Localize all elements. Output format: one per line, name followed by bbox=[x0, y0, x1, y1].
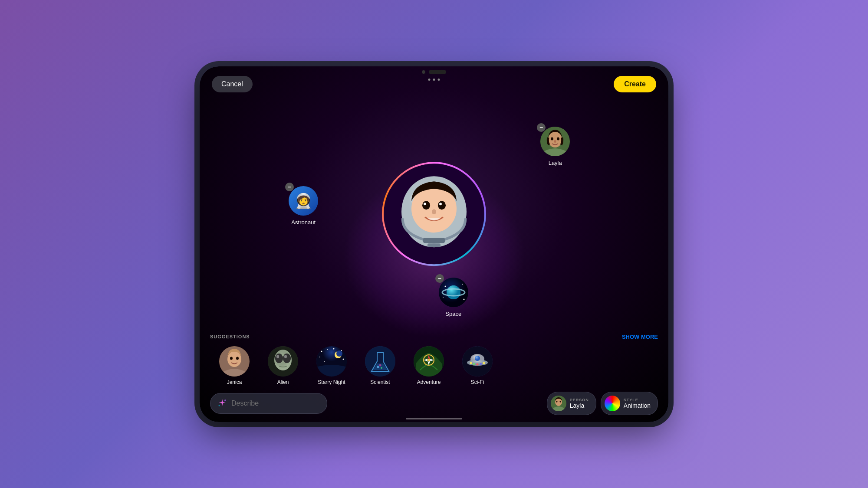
svg-point-77 bbox=[219, 405, 220, 406]
svg-point-73 bbox=[483, 362, 485, 364]
svg-point-48 bbox=[324, 361, 325, 362]
astronaut-label: Astronaut bbox=[291, 219, 316, 226]
suggestion-alien[interactable]: Alien bbox=[261, 346, 305, 385]
svg-point-45 bbox=[341, 350, 342, 351]
style-chip[interactable]: STYLE Animation bbox=[601, 392, 658, 415]
jenica-avatar-svg bbox=[219, 346, 250, 377]
svg-point-43 bbox=[327, 349, 328, 350]
svg-point-15 bbox=[557, 138, 559, 141]
svg-point-71 bbox=[477, 363, 479, 365]
layla-label: Layla bbox=[549, 160, 562, 166]
svg-point-20 bbox=[462, 284, 463, 285]
svg-point-56 bbox=[379, 364, 381, 366]
starry-night-label: Starry Night bbox=[318, 379, 345, 385]
layla-avatar bbox=[540, 127, 570, 156]
space-icon-svg bbox=[439, 278, 468, 307]
starry-night-icon bbox=[316, 346, 347, 377]
astronaut-icon: 🧑‍🚀 bbox=[289, 186, 318, 216]
dot-3 bbox=[438, 79, 440, 81]
svg-point-28 bbox=[227, 351, 241, 367]
svg-point-9 bbox=[432, 209, 436, 214]
svg-point-16 bbox=[554, 140, 556, 143]
suggestion-jenica[interactable]: Jenica bbox=[213, 346, 256, 385]
style-chip-label: STYLE bbox=[624, 398, 651, 402]
space-icon bbox=[439, 278, 468, 307]
avatar-ring-inner bbox=[384, 164, 484, 264]
alien-icon-svg bbox=[268, 346, 298, 377]
starry-night-svg bbox=[316, 346, 347, 377]
scifi-label: Sci-Fi bbox=[471, 379, 484, 385]
svg-point-13 bbox=[548, 132, 562, 147]
astronaut-avatar-svg bbox=[386, 166, 482, 262]
scientist-label: Scientist bbox=[370, 379, 390, 385]
style-icon bbox=[605, 396, 620, 411]
svg-point-21 bbox=[443, 297, 444, 298]
jenica-label: Jenica bbox=[227, 379, 242, 385]
person-chip-text: PERSON Layla bbox=[570, 398, 589, 409]
center-avatar[interactable] bbox=[382, 162, 486, 266]
person-chip-avatar-svg bbox=[551, 396, 566, 411]
cancel-button[interactable]: Cancel bbox=[212, 76, 253, 92]
jenica-icon bbox=[219, 346, 250, 377]
suggestions-row: Jenica bbox=[210, 346, 658, 385]
adventure-svg bbox=[414, 346, 444, 377]
svg-point-7 bbox=[424, 203, 426, 205]
svg-point-54 bbox=[377, 366, 379, 368]
svg-point-80 bbox=[556, 401, 557, 403]
suggestions-header: SUGGESTIONS SHOW MORE bbox=[210, 334, 658, 340]
suggestion-starry-night[interactable]: Starry Night bbox=[310, 346, 353, 385]
svg-point-14 bbox=[551, 138, 553, 141]
describe-icon bbox=[217, 398, 227, 409]
create-button[interactable]: Create bbox=[614, 76, 656, 92]
describe-input[interactable] bbox=[210, 393, 327, 414]
svg-point-63 bbox=[427, 359, 430, 361]
person-chip[interactable]: PERSON Layla bbox=[547, 392, 596, 415]
alien-icon bbox=[268, 346, 298, 377]
svg-point-36 bbox=[275, 354, 283, 363]
tablet-frame: Cancel Create bbox=[200, 66, 668, 422]
scifi-svg bbox=[462, 346, 493, 377]
svg-point-72 bbox=[480, 363, 482, 365]
svg-point-81 bbox=[559, 401, 561, 403]
svg-point-75 bbox=[475, 356, 480, 361]
space-label: Space bbox=[445, 311, 461, 317]
svg-point-8 bbox=[439, 203, 442, 205]
svg-point-5 bbox=[422, 201, 430, 210]
suggestions-label: SUGGESTIONS bbox=[210, 334, 250, 339]
svg-point-46 bbox=[319, 357, 320, 357]
style-chip-value: Animation bbox=[624, 402, 651, 409]
svg-point-44 bbox=[333, 348, 335, 349]
space-minus-badge[interactable]: − bbox=[435, 274, 444, 283]
dots-menu[interactable] bbox=[428, 79, 440, 81]
describe-wrapper bbox=[210, 393, 542, 414]
adventure-label: Adventure bbox=[417, 379, 441, 385]
svg-point-42 bbox=[321, 350, 322, 352]
layla-item[interactable]: − bbox=[540, 127, 570, 166]
svg-point-38 bbox=[276, 355, 279, 358]
sparkle-icon bbox=[217, 398, 227, 409]
svg-point-52 bbox=[336, 350, 342, 357]
suggestion-scifi[interactable]: Sci-Fi bbox=[456, 346, 499, 385]
svg-point-53 bbox=[365, 346, 395, 377]
scifi-icon bbox=[462, 346, 493, 377]
astronaut-item[interactable]: − 🧑‍🚀 Astronaut bbox=[289, 186, 318, 226]
layla-avatar-svg bbox=[540, 127, 570, 156]
suggestion-adventure[interactable]: Adventure bbox=[407, 346, 450, 385]
style-chip-text: STYLE Animation bbox=[624, 398, 651, 409]
svg-point-29 bbox=[230, 357, 233, 360]
bottom-bar: PERSON Layla STYLE Animation bbox=[210, 392, 658, 415]
svg-point-19 bbox=[444, 286, 446, 287]
svg-point-22 bbox=[463, 299, 464, 300]
svg-point-49 bbox=[343, 358, 344, 360]
scientist-svg bbox=[365, 346, 395, 377]
svg-point-70 bbox=[473, 363, 475, 365]
person-chip-avatar bbox=[551, 396, 566, 411]
alien-label: Alien bbox=[277, 379, 289, 385]
show-more-button[interactable]: SHOW MORE bbox=[622, 334, 658, 340]
dot-1 bbox=[428, 79, 431, 81]
suggestion-scientist[interactable]: Scientist bbox=[358, 346, 402, 385]
composition-area: − 🧑‍🚀 Astronaut − bbox=[200, 92, 668, 340]
space-item[interactable]: − bbox=[439, 278, 468, 317]
svg-point-76 bbox=[224, 400, 226, 401]
person-chip-label: PERSON bbox=[570, 398, 589, 402]
